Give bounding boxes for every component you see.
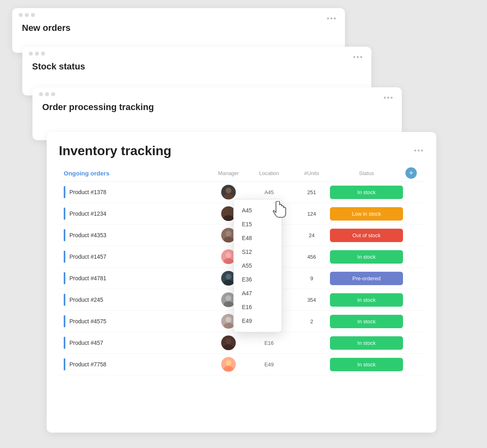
status-badge: In stock [330, 250, 403, 264]
location-cell: E49 [245, 361, 293, 368]
dropdown-item[interactable]: E15 [234, 217, 282, 231]
card-new-orders: ••• New orders [12, 8, 345, 53]
svg-point-13 [224, 323, 233, 329]
more-menu-button-3[interactable]: ••• [384, 94, 394, 102]
svg-point-0 [226, 188, 231, 193]
add-column-button[interactable]: + [405, 167, 417, 179]
more-menu-button-2[interactable]: ••• [353, 53, 363, 62]
product-name: Product #245 [64, 294, 212, 306]
svg-point-1 [224, 194, 233, 199]
product-name: Product #4781 [64, 272, 212, 284]
svg-point-11 [224, 301, 233, 307]
card-dots-1 [12, 8, 345, 17]
svg-point-16 [226, 360, 231, 366]
table-row: Product #7758 E49 In stock [59, 354, 424, 375]
svg-point-5 [224, 237, 233, 242]
units-cell: 2 [293, 318, 330, 325]
status-badge: In stock [330, 293, 403, 307]
row-indicator [64, 229, 65, 241]
location-dropdown[interactable]: A45 E15 E48 S12 A55 E36 A47 E16 E49 [233, 199, 282, 332]
col-units: #Units [293, 170, 330, 176]
status-badge: In stock [330, 186, 403, 199]
col-ongoing-orders: Ongoing orders [64, 170, 212, 177]
row-indicator [64, 186, 65, 198]
location-cell: A45 [245, 189, 293, 195]
row-indicator [64, 315, 65, 327]
status-badge: Pre-ordered [330, 272, 403, 285]
product-name: Product #4575 [64, 315, 212, 327]
dot [45, 92, 49, 96]
location-cell: E16 [245, 340, 293, 346]
dot [31, 13, 35, 17]
dropdown-item[interactable]: S12 [234, 245, 282, 259]
card-dots-2 [22, 47, 371, 56]
status-badge: In stock [330, 358, 403, 371]
row-indicator [64, 272, 65, 284]
product-name: Product #4353 [64, 229, 212, 241]
table-header: Ongoing orders Manager Location #Units S… [59, 165, 424, 182]
status-badge: Out of stock [330, 229, 403, 242]
col-location: Location [245, 170, 293, 176]
row-indicator [64, 358, 65, 370]
card-title-2: Stock status [22, 56, 371, 79]
status-badge: Low in stock [330, 207, 403, 221]
product-name: Product #1457 [64, 251, 212, 263]
dot [25, 13, 29, 17]
units-cell: 251 [293, 189, 330, 195]
row-indicator [64, 294, 65, 306]
units-cell: 124 [293, 211, 330, 217]
more-menu-button-4[interactable]: ••• [414, 147, 424, 155]
dropdown-item[interactable]: E36 [234, 273, 282, 286]
col-manager: Manager [212, 170, 245, 176]
svg-point-14 [226, 338, 231, 344]
svg-point-9 [224, 280, 233, 286]
more-menu-button-1[interactable]: ••• [327, 15, 337, 23]
product-name: Product #457 [64, 337, 212, 349]
svg-point-4 [226, 231, 231, 236]
dropdown-item[interactable]: A55 [234, 259, 282, 273]
units-cell: 9 [293, 275, 330, 281]
inventory-title: Inventory tracking [59, 143, 171, 158]
card-title-3: Order processing tracking [32, 96, 402, 120]
dot [41, 52, 45, 56]
manager-avatar [221, 335, 236, 350]
dot [29, 52, 33, 56]
dot [35, 52, 39, 56]
inventory-header: Inventory tracking ••• [47, 132, 436, 165]
svg-point-2 [226, 209, 231, 215]
card-title-1: New orders [12, 17, 345, 41]
row-indicator [64, 208, 65, 220]
product-name: Product #1234 [64, 208, 212, 220]
manager-avatar [221, 185, 236, 199]
product-name: Product #1378 [64, 186, 212, 198]
svg-point-3 [224, 215, 233, 221]
dot [19, 13, 23, 17]
dropdown-item[interactable]: A45 [234, 203, 282, 217]
svg-point-10 [226, 295, 231, 301]
svg-point-17 [224, 366, 233, 372]
row-indicator [64, 337, 65, 349]
svg-point-15 [224, 344, 233, 350]
dropdown-item[interactable]: E49 [234, 314, 282, 328]
table-row: Product #457 E16 In stock [59, 332, 424, 354]
dot [39, 92, 43, 96]
svg-point-7 [224, 258, 233, 264]
units-cell: 456 [293, 254, 330, 260]
dropdown-item[interactable]: A47 [234, 286, 282, 300]
col-status: Status [330, 170, 403, 176]
svg-point-6 [226, 252, 231, 258]
card-dots-3 [32, 87, 402, 96]
manager-avatar [221, 357, 236, 372]
status-badge: In stock [330, 315, 403, 328]
product-name: Product #7758 [64, 358, 212, 370]
row-indicator [64, 251, 65, 263]
dot [51, 92, 55, 96]
svg-point-12 [226, 317, 231, 322]
units-cell: 354 [293, 297, 330, 303]
dropdown-item[interactable]: E16 [234, 300, 282, 314]
status-badge: In stock [330, 336, 403, 350]
svg-point-8 [226, 274, 231, 279]
dropdown-item[interactable]: E48 [234, 231, 282, 245]
units-cell: 24 [293, 232, 330, 238]
